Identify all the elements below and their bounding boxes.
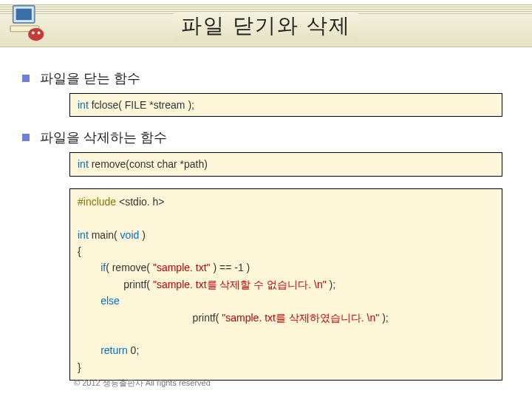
code-text: remove(const char *path)	[89, 158, 208, 170]
string-literal: "sample. txt를 삭제하였습니다. \n"	[222, 312, 379, 324]
code-text: )	[139, 229, 146, 241]
bullet-2-text: 파일을 삭제하는 함수	[40, 129, 167, 146]
code-main: #include <stdio. h> int main( void ) { i…	[69, 188, 502, 381]
kw-int: int	[78, 158, 89, 170]
code-text: printf(	[78, 312, 222, 324]
page-title: 파일 닫기와 삭제	[174, 12, 358, 40]
code-text: );	[379, 312, 388, 324]
bullet-icon	[22, 75, 30, 82]
bullet-2: 파일을 삭제하는 함수	[22, 129, 502, 146]
code-text: fclose( FILE *stream );	[89, 99, 194, 111]
code-text: {	[78, 245, 81, 257]
code-text: ) == -1 )	[211, 262, 250, 273]
copyright-footer: © 2012 생능출판사 All rights reserved	[74, 378, 211, 389]
code-fclose: int fclose( FILE *stream );	[69, 93, 502, 117]
code-text: <stdio. h>	[116, 196, 164, 208]
svg-rect-1	[16, 9, 32, 20]
kw-void: void	[120, 229, 140, 241]
code-text: }	[78, 361, 81, 373]
code-text: 0;	[128, 344, 140, 356]
code-remove: int remove(const char *path)	[69, 152, 502, 176]
kw-else: else	[78, 295, 120, 307]
bullet-icon	[22, 134, 30, 141]
svg-point-5	[38, 32, 41, 35]
kw-if: if	[78, 262, 106, 273]
kw-int: int	[78, 229, 89, 241]
string-literal: "sample. txt를 삭제할 수 없습니다. \n"	[153, 279, 327, 290]
svg-point-3	[28, 28, 44, 41]
title-bar: 파일 닫기와 삭제	[0, 4, 532, 47]
kw-int: int	[78, 99, 89, 111]
content-area: 파일을 닫는 함수 int fclose( FILE *stream ); 파일…	[0, 47, 532, 381]
code-text: printf(	[78, 279, 153, 290]
kw-return: return	[78, 344, 128, 356]
bullet-1-text: 파일을 닫는 함수	[40, 69, 140, 87]
bullet-1: 파일을 닫는 함수	[22, 69, 502, 87]
code-text: main(	[89, 229, 120, 241]
computer-icon	[7, 1, 50, 44]
kw-include: #include	[78, 196, 116, 208]
code-text: );	[327, 279, 335, 290]
string-literal: "sample. txt"	[153, 262, 211, 273]
code-text: ( remove(	[106, 262, 153, 273]
svg-point-4	[32, 32, 35, 35]
